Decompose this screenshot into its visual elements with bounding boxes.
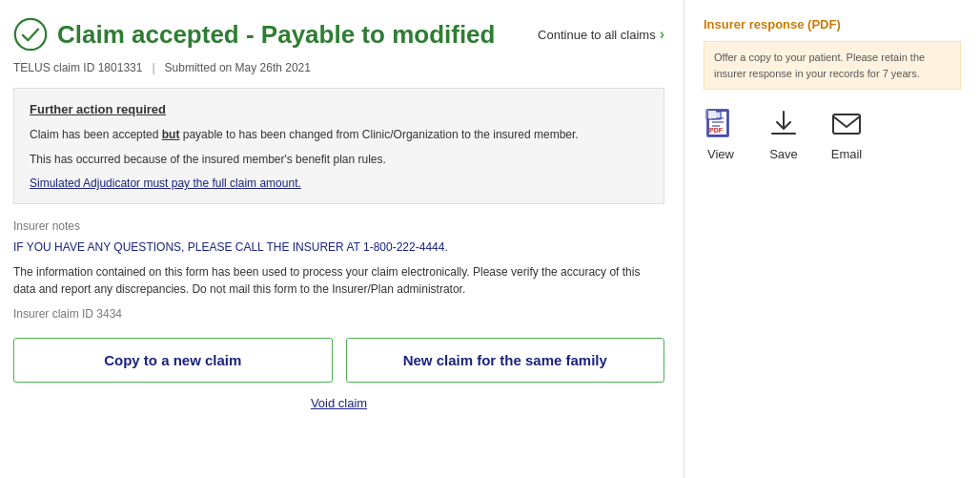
submitted-date: Submitted on May 26th 2021 (165, 61, 311, 74)
svg-point-0 (15, 19, 46, 50)
chevron-right-icon: › (660, 26, 664, 43)
action-box-text2: This has occurred because of the insured… (30, 151, 648, 168)
view-pdf-button[interactable]: PDF View (704, 107, 738, 161)
insurer-notes-text: IF YOU HAVE ANY QUESTIONS, PLEASE CALL T… (13, 239, 664, 256)
claim-id: TELUS claim ID 1801331 (13, 61, 142, 74)
void-claim-link[interactable]: Void claim (311, 396, 367, 410)
insurer-info-text: The information contained on this form h… (13, 263, 664, 298)
void-link-row: Void claim (13, 396, 664, 410)
save-pdf-icon (766, 107, 801, 141)
buttons-row: Copy to a new claim New claim for the sa… (13, 338, 664, 383)
meta-info: TELUS claim ID 1801331 | Submitted on Ma… (13, 61, 664, 74)
view-pdf-icon: PDF (704, 107, 738, 141)
check-circle-icon (13, 17, 48, 52)
svg-rect-12 (833, 114, 860, 134)
email-label: Email (831, 147, 863, 161)
insurer-notice: Offer a copy to your patient. Please ret… (704, 41, 961, 90)
action-box-title: Further action required (30, 102, 648, 116)
action-box-text1: Claim has been accepted but payable to h… (30, 126, 648, 143)
sidebar: Insurer response (PDF) Offer a copy to y… (684, 0, 980, 478)
action-box: Further action required Claim has been a… (13, 88, 664, 204)
continue-link[interactable]: Continue to all claims › (538, 26, 664, 43)
insurer-claim-id: Insurer claim ID 3434 (13, 307, 664, 321)
save-pdf-button[interactable]: Save (766, 107, 801, 161)
claim-title: Claim accepted - Payable to modified (13, 17, 495, 52)
insurer-notes-label: Insurer notes (13, 219, 664, 233)
view-label: View (707, 147, 734, 161)
email-pdf-button[interactable]: Email (829, 107, 864, 161)
adjudicator-link[interactable]: Simulated Adjudicator must pay the full … (30, 177, 301, 190)
page-title: Claim accepted - Payable to modified (57, 20, 495, 50)
pdf-actions: PDF View Save (704, 107, 961, 161)
save-label: Save (769, 147, 798, 161)
copy-to-new-claim-button[interactable]: Copy to a new claim (13, 338, 333, 383)
header-row: Claim accepted - Payable to modified Con… (13, 17, 664, 52)
sidebar-title: Insurer response (PDF) (704, 17, 961, 31)
email-pdf-icon (829, 107, 864, 141)
main-content: Claim accepted - Payable to modified Con… (0, 0, 684, 478)
new-claim-same-family-button[interactable]: New claim for the same family (346, 338, 665, 383)
svg-rect-9 (708, 111, 716, 118)
svg-text:PDF: PDF (709, 127, 724, 134)
meta-separator: | (152, 61, 154, 74)
